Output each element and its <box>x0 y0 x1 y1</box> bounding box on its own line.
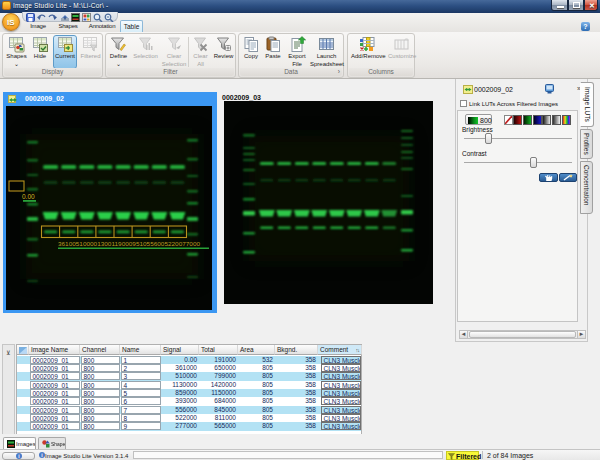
svg-text:0.00: 0.00 <box>22 193 35 200</box>
svg-text:361005100001300119000951055600: 3610051000013001190009510556005220077000 <box>58 241 201 247</box>
